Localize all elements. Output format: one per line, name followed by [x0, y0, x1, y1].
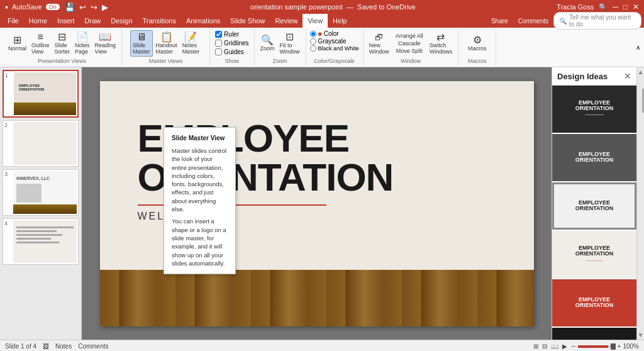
- tab-home[interactable]: Home: [24, 14, 52, 28]
- autosave-toggle[interactable]: On: [46, 4, 60, 10]
- powerpoint-logo-icon: ▪: [5, 2, 8, 12]
- title-bar: ▪ AutoSave On 💾 ↩ ↪ ▶ orientation sample…: [0, 0, 644, 14]
- grayscale-radio[interactable]: Grayscale: [310, 38, 359, 45]
- slide-preview-4: [13, 220, 77, 263]
- bw-radio[interactable]: Black and White: [310, 45, 359, 52]
- slide-thumb-1[interactable]: 1 EMPLOYEEORIENTATION: [3, 70, 79, 118]
- move-split-button[interactable]: Move Split: [394, 47, 425, 55]
- fit-window-button[interactable]: ⊡ Fit toWindow: [278, 31, 302, 56]
- zoom-button[interactable]: 🔍 Zoom: [258, 34, 277, 53]
- color-radio[interactable]: ■Color: [310, 30, 359, 37]
- zoom-out-button[interactable]: ─: [571, 343, 575, 350]
- save-icon[interactable]: 💾: [64, 3, 76, 12]
- comments-label[interactable]: Comments: [78, 343, 108, 350]
- undo-icon[interactable]: ↩: [78, 3, 87, 12]
- window-group: 🗗 NewWindow Arrange All Cascade Move Spl…: [364, 29, 459, 65]
- guides-checkbox[interactable]: Guides: [214, 48, 250, 56]
- maximize-button[interactable]: □: [623, 3, 628, 11]
- search-icon[interactable]: 🔍: [599, 3, 608, 11]
- ribbon-content: ⊞ Normal ≡ OutlineView ⊟ SlideSorter 📄 N…: [0, 28, 644, 67]
- share-button[interactable]: Share: [486, 18, 513, 25]
- save-status: Saved to OneDrive: [357, 3, 416, 11]
- view-reading-icon[interactable]: 📖: [551, 343, 558, 350]
- view-normal-icon[interactable]: ⊞: [533, 343, 538, 350]
- scroll-up-button[interactable]: ▲: [638, 69, 644, 75]
- minimize-button[interactable]: ─: [613, 3, 618, 11]
- tooltip-text-2: You can insert a shape or a logo on a sl…: [172, 217, 228, 267]
- tooltip-title: Slide Master View: [172, 134, 228, 143]
- zoom-control: ─ + 100%: [571, 343, 639, 350]
- comments-button[interactable]: Comments: [513, 18, 553, 25]
- notes-master-button[interactable]: 📝 NotesMaster: [180, 31, 202, 56]
- zoom-buttons: 🔍 Zoom ⊡ Fit toWindow: [258, 30, 302, 57]
- tab-insert[interactable]: Insert: [52, 14, 80, 28]
- presentation-views-group: ⊞ Normal ≡ OutlineView ⊟ SlideSorter 📄 N…: [3, 29, 122, 65]
- notes-page-button[interactable]: 📄 NotesPage: [73, 31, 92, 56]
- design-idea-label-1: EMPLOYEEORIENTATION──────: [575, 100, 614, 119]
- slide-thumb-2[interactable]: 2: [3, 120, 79, 167]
- ruler-checkbox[interactable]: Ruler: [214, 30, 250, 38]
- tab-view[interactable]: View: [303, 14, 328, 28]
- zoom-in-button[interactable]: +: [618, 343, 621, 350]
- gridlines-checkbox[interactable]: Gridlines: [214, 39, 250, 47]
- design-idea-item-4[interactable]: EMPLOYEEORIENTATION──────: [552, 231, 636, 278]
- tab-review[interactable]: Review: [270, 14, 303, 28]
- tab-design[interactable]: Design: [106, 14, 137, 28]
- ribbon-tabs: File Home Insert Draw Design Transitions…: [0, 14, 644, 28]
- view-sorter-icon[interactable]: ⊟: [542, 343, 547, 350]
- switch-windows-button[interactable]: ⇄ SwitchWindows: [428, 31, 455, 56]
- quick-access-toolbar: 💾 ↩ ↪ ▶: [64, 3, 109, 12]
- cascade-button[interactable]: Cascade: [394, 40, 425, 47]
- slide-icon: 🖼: [43, 343, 49, 350]
- tab-animations[interactable]: Animations: [181, 14, 225, 28]
- tab-slideshow[interactable]: Slide Show: [225, 14, 270, 28]
- present-icon[interactable]: ▶: [101, 3, 109, 12]
- scroll-down-button[interactable]: ▼: [638, 332, 644, 338]
- redo-icon[interactable]: ↪: [89, 3, 99, 12]
- show-group: Ruler Gridlines Guides Show: [210, 29, 254, 65]
- reading-icon: 📖: [99, 32, 111, 42]
- sorter-icon: ⊟: [58, 32, 66, 42]
- new-window-button[interactable]: 🗗 NewWindow: [367, 32, 391, 55]
- slide-number-4: 4: [4, 220, 11, 226]
- design-idea-item-6[interactable]: EMPLOYEEORIENTATION: [552, 328, 636, 340]
- close-button[interactable]: ✕: [633, 3, 639, 11]
- design-idea-item-2[interactable]: EMPLOYEEORIENTATION: [552, 134, 636, 181]
- reading-view-button[interactable]: 📖 ReadingView: [93, 31, 118, 56]
- arrange-all-button[interactable]: Arrange All: [394, 32, 425, 40]
- outline-view-button[interactable]: ≡ OutlineView: [30, 31, 52, 56]
- slide-thumb-4[interactable]: 4: [3, 218, 79, 265]
- handout-icon: 📋: [160, 32, 173, 42]
- scrollbar-thumb[interactable]: [642, 88, 645, 113]
- slide-preview-2: [13, 122, 77, 165]
- design-idea-item-1[interactable]: EMPLOYEEORIENTATION──────: [552, 86, 636, 133]
- notes-button[interactable]: Notes: [55, 343, 72, 350]
- tab-file[interactable]: File: [3, 14, 24, 28]
- normal-icon: ⊞: [13, 35, 21, 45]
- handout-master-button[interactable]: 📋 HandoutMaster: [154, 31, 179, 56]
- zoom-icon: 🔍: [261, 35, 274, 45]
- normal-view-button[interactable]: ⊞ Normal: [6, 34, 28, 53]
- design-ideas-scrollbar[interactable]: ▲ ▼: [636, 67, 644, 340]
- view-slideshow-icon[interactable]: ▶: [562, 343, 567, 350]
- ribbon-collapse-button[interactable]: ∧: [635, 29, 641, 65]
- slide-master-button[interactable]: 🖥 SlideMaster: [130, 30, 153, 57]
- zoom-slider[interactable]: [578, 345, 616, 348]
- zoom-thumb: [611, 343, 616, 350]
- slide-1-thumbnail: EMPLOYEEORIENTATION: [14, 72, 76, 115]
- title-bar-right: Tracia Goss 🔍 ─ □ ✕: [557, 3, 639, 11]
- slide-thumb-3[interactable]: 3 INNERVEX, LLC: [3, 169, 79, 216]
- main-area: 1 EMPLOYEEORIENTATION 2 3 INNERVEX, LLC: [0, 67, 644, 340]
- tab-draw[interactable]: Draw: [80, 14, 106, 28]
- macros-button[interactable]: ⚙ Macros: [466, 34, 489, 53]
- tab-transitions[interactable]: Transitions: [138, 14, 181, 28]
- switch-icon: ⇄: [436, 32, 445, 42]
- design-idea-item-5[interactable]: EMPLOYEEORIENTATION: [552, 279, 636, 326]
- tell-me-input[interactable]: 🔍 Tell me what you want to do: [553, 12, 641, 30]
- master-views-buttons: 🖥 SlideMaster 📋 HandoutMaster 📝 NotesMas…: [130, 30, 201, 57]
- design-idea-item-3[interactable]: EMPLOYEEORIENTATION: [552, 182, 636, 230]
- design-ideas-close-button[interactable]: ✕: [624, 71, 631, 81]
- tab-help[interactable]: Help: [328, 14, 352, 28]
- master-views-group: 🖥 SlideMaster 📋 HandoutMaster 📝 NotesMas…: [122, 29, 210, 65]
- slide-sorter-button[interactable]: ⊟ SlideSorter: [53, 31, 72, 56]
